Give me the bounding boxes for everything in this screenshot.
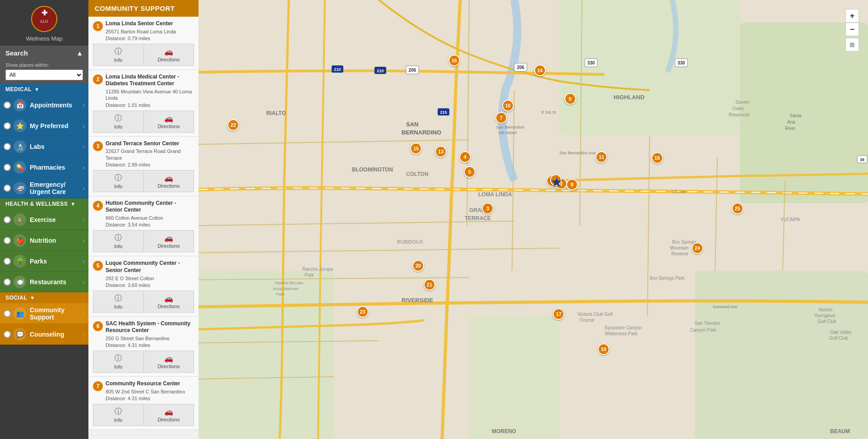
- map-pin[interactable]: 25: [732, 203, 743, 214]
- directions-label: Directions: [157, 364, 180, 369]
- pin-label[interactable]: 21: [424, 279, 435, 291]
- info-button[interactable]: ⓘ Info: [93, 291, 143, 313]
- zoom-in-button[interactable]: +: [845, 9, 859, 23]
- map-pin[interactable]: 24: [692, 242, 703, 254]
- pin-label[interactable]: 23: [357, 306, 369, 318]
- sidebar-item-appointments[interactable]: 📅 Appointments ›: [0, 95, 88, 116]
- results-panel: COMMUNITY SUPPORT 1 Loma Linda Senior Ce…: [88, 0, 199, 439]
- map-pin[interactable]: 17: [553, 308, 564, 320]
- sidebar-item-community-support[interactable]: 👥 Community Support ›: [0, 303, 88, 324]
- info-button[interactable]: ⓘ Info: [93, 404, 143, 426]
- info-button[interactable]: ⓘ Info: [93, 170, 143, 192]
- emergency-icon: 🚑: [14, 182, 26, 194]
- svg-text:Canyon Park: Canyon Park: [690, 328, 717, 333]
- pin-label[interactable]: 13: [435, 146, 447, 157]
- pin-label[interactable]: 4: [459, 151, 471, 163]
- restaurants-label: Restaurants: [30, 278, 83, 286]
- search-toggle[interactable]: Search ▲: [0, 46, 88, 60]
- sidebar-item-counseling[interactable]: 💬 Counseling ›: [0, 324, 88, 345]
- svg-text:River: River: [785, 126, 796, 131]
- svg-text:Wilderness Park: Wilderness Park: [605, 331, 638, 336]
- pin-label[interactable]: 20: [412, 260, 424, 272]
- zoom-out-button[interactable]: −: [845, 23, 859, 36]
- sidebar-item-restaurants[interactable]: 🍽️ Restaurants ›: [0, 272, 88, 292]
- pin-label[interactable]: 25: [732, 203, 743, 214]
- social-section-header[interactable]: SOCIAL ▼: [0, 292, 88, 303]
- info-button[interactable]: ⓘ Info: [93, 230, 143, 252]
- radio-emergency: [4, 185, 11, 192]
- pin-label[interactable]: 17: [553, 308, 564, 320]
- star-icon: ★: [551, 175, 562, 189]
- pin-label[interactable]: 22: [227, 119, 239, 131]
- map-pin[interactable]: 22: [227, 119, 239, 131]
- pin-label[interactable]: 15: [410, 143, 422, 154]
- radio-community-support: [4, 310, 11, 317]
- directions-button[interactable]: 🚗 Directions: [143, 351, 194, 373]
- svg-text:Martha McLean: Martha McLean: [275, 281, 304, 285]
- info-icon: ⓘ: [115, 294, 122, 303]
- health-section-header[interactable]: HEALTH & WELLNESS ▼: [0, 199, 88, 209]
- places-select[interactable]: All 1 mile 5 miles 10 miles 25 miles: [5, 69, 83, 80]
- map-pin[interactable]: 5: [464, 166, 476, 178]
- directions-button[interactable]: 🚗 Directions: [143, 404, 194, 426]
- info-label: Info: [114, 184, 122, 189]
- map-pin[interactable]: 13: [435, 146, 447, 157]
- pin-label[interactable]: 8: [566, 179, 578, 190]
- map-pin[interactable]: 7: [495, 112, 507, 124]
- map-pin[interactable]: 9: [564, 93, 576, 105]
- sidebar-item-labs[interactable]: 🔬 Labs ›: [0, 136, 88, 157]
- medical-section-header[interactable]: MEDICAL ▼: [0, 84, 88, 95]
- map-pin[interactable]: 16: [448, 55, 460, 66]
- directions-button[interactable]: 🚗 Directions: [143, 230, 194, 252]
- map-pin[interactable]: 8: [566, 179, 578, 190]
- svg-text:Mountain: Mountain: [670, 245, 688, 250]
- result-distance: Distance: 4.31 miles: [106, 396, 194, 401]
- labs-icon: 🔬: [14, 140, 26, 153]
- results-header: COMMUNITY SUPPORT: [88, 0, 199, 17]
- info-button[interactable]: ⓘ Info: [93, 351, 143, 373]
- sidebar-item-emergency[interactable]: 🚑 Emergency/ Urgent Care ›: [0, 178, 88, 199]
- result-number: 2: [93, 74, 103, 84]
- info-button[interactable]: ⓘ Info: [93, 44, 143, 66]
- pin-label[interactable]: 9: [564, 93, 576, 105]
- sidebar-item-my-preferred[interactable]: ⭐ My Preferred ›: [0, 116, 88, 136]
- map-pin[interactable]: 3: [482, 203, 494, 214]
- sidebar-item-nutrition[interactable]: 🍎 Nutrition ›: [0, 230, 88, 251]
- sidebar-item-pharmacies[interactable]: 💊 Pharmacies ›: [0, 157, 88, 178]
- map-pin[interactable]: 19: [598, 343, 609, 355]
- result-name: Luque Commmunity Center - Senior Center: [106, 260, 194, 274]
- map-layers-button[interactable]: ⊞: [845, 38, 859, 51]
- logo-area: ✚ LLU Wellness Map: [0, 0, 88, 46]
- directions-button[interactable]: 🚗 Directions: [143, 170, 194, 192]
- map-pin[interactable]: 14: [534, 65, 546, 76]
- directions-button[interactable]: 🚗 Directions: [143, 44, 194, 66]
- sidebar-item-exercise[interactable]: 🚴 Exercise ›: [0, 209, 88, 230]
- pin-label[interactable]: 11: [596, 151, 607, 163]
- pin-label[interactable]: 10: [502, 100, 514, 111]
- pin-label[interactable]: 5: [464, 166, 476, 178]
- directions-button[interactable]: 🚗 Directions: [143, 291, 194, 313]
- pin-label[interactable]: 3: [482, 203, 494, 214]
- sidebar-item-parks[interactable]: 🌳 Parks ›: [0, 251, 88, 272]
- map-pin[interactable]: 15: [410, 143, 422, 154]
- directions-button[interactable]: 🚗 Directions: [143, 111, 194, 133]
- map-pin[interactable]: 4: [459, 151, 471, 163]
- map-pin[interactable]: 11: [596, 151, 607, 163]
- pin-label[interactable]: 24: [692, 242, 703, 254]
- map-pin[interactable]: 23: [357, 306, 369, 318]
- pin-label[interactable]: 14: [534, 65, 546, 76]
- map-pin[interactable]: 18: [651, 152, 663, 164]
- info-button[interactable]: ⓘ Info: [93, 111, 143, 133]
- nutrition-icon: 🍎: [14, 234, 26, 247]
- sidebar: ✚ LLU Wellness Map Search ▲ Show places …: [0, 0, 88, 439]
- pin-label[interactable]: 7: [495, 112, 507, 124]
- map-area[interactable]: SAN BERNARDINO HIGHLAND BLOOMINGTON RIAL…: [199, 0, 868, 439]
- map-pin[interactable]: 20: [412, 260, 424, 272]
- pin-label[interactable]: 18: [651, 152, 663, 164]
- result-item-header: 2 Loma Linda Medical Center - Diabetes T…: [93, 74, 194, 108]
- map-pin[interactable]: 10: [502, 100, 514, 111]
- pin-label[interactable]: 19: [598, 343, 609, 355]
- map-pin[interactable]: 21: [424, 279, 435, 291]
- result-address: 292 E O Street Colton: [106, 275, 194, 282]
- pin-label[interactable]: 16: [448, 55, 460, 66]
